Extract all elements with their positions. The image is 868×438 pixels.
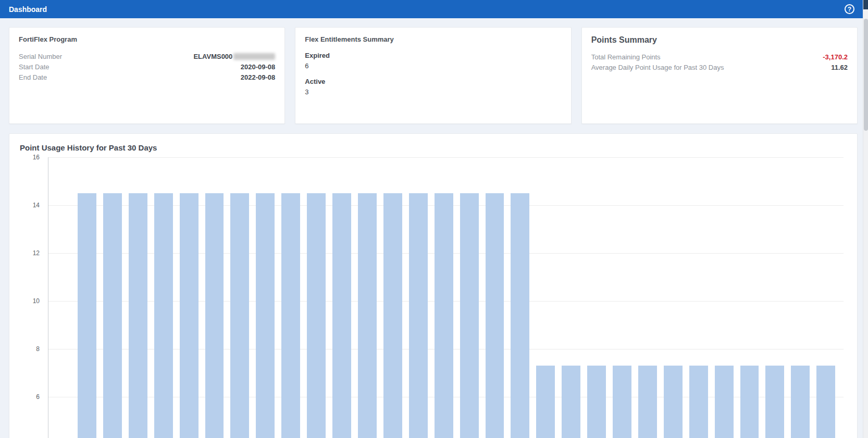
bar-slot xyxy=(816,157,835,438)
total-remaining-points-value: -3,170.2 xyxy=(823,52,848,62)
start-date-row: Start Date 2020-09-08 xyxy=(19,62,275,72)
scrollbar-top-cap xyxy=(863,0,868,9)
avg-daily-usage-value: 11.62 xyxy=(831,62,848,72)
bar-slot xyxy=(307,157,326,438)
bar xyxy=(460,193,479,438)
bar xyxy=(256,193,275,438)
bar-slot xyxy=(358,157,377,438)
y-tick-label: 6 xyxy=(36,393,40,401)
bar-slot xyxy=(230,157,249,438)
bar xyxy=(689,366,708,438)
bars-container xyxy=(48,157,844,438)
page-title: Dashboard xyxy=(9,5,47,14)
bar-slot xyxy=(740,157,759,438)
bar-slot xyxy=(281,157,300,438)
bar xyxy=(129,193,147,438)
serial-number-value: ELAVMS000 xyxy=(193,52,275,61)
bar xyxy=(78,193,96,438)
bar xyxy=(715,366,734,438)
active-label: Active xyxy=(305,78,561,85)
avg-daily-usage-row: Average Daily Point Usage for Past 30 Da… xyxy=(591,62,848,72)
bar-slot xyxy=(78,157,96,438)
scrollbar-thumb[interactable] xyxy=(864,19,868,131)
bar-slot xyxy=(460,157,479,438)
bar xyxy=(281,193,300,438)
serial-number-label: Serial Number xyxy=(19,52,62,61)
summary-cards-row: FortiFlex Program Serial Number ELAVMS00… xyxy=(9,27,858,124)
bar xyxy=(587,366,606,438)
bar-slot xyxy=(715,157,734,438)
expired-count: 6 xyxy=(305,62,561,70)
start-date-label: Start Date xyxy=(19,62,49,72)
start-date-value: 2020-09-08 xyxy=(241,62,276,72)
point-usage-chart-card: Point Usage History for Past 30 Days 024… xyxy=(9,133,858,438)
bar-slot xyxy=(791,157,810,438)
expired-label: Expired xyxy=(305,52,561,59)
bar xyxy=(103,193,122,438)
bar xyxy=(230,193,249,438)
bar xyxy=(180,193,199,438)
bar-slot xyxy=(205,157,224,438)
bar xyxy=(664,366,683,438)
bar-slot xyxy=(180,157,199,438)
scrollbar[interactable] xyxy=(863,0,868,438)
main-content: FortiFlex Program Serial Number ELAVMS00… xyxy=(0,18,868,438)
expired-group: Expired 6 xyxy=(305,52,561,70)
bar-slot xyxy=(103,157,122,438)
bar xyxy=(613,366,631,438)
bar-slot xyxy=(154,157,173,438)
active-group: Active 3 xyxy=(305,78,561,96)
points-summary-card: Points Summary Total Remaining Points -3… xyxy=(581,27,858,124)
bar-slot xyxy=(562,157,580,438)
bar xyxy=(358,193,377,438)
bar-slot xyxy=(613,157,631,438)
end-date-row: End Date 2022-09-08 xyxy=(19,72,275,82)
flex-entitlements-card: Flex Entitlements Summary Expired 6 Acti… xyxy=(295,27,571,124)
bar-slot xyxy=(689,157,708,438)
y-tick-label: 10 xyxy=(33,297,40,305)
help-icon[interactable]: ? xyxy=(845,4,854,14)
bar xyxy=(562,366,580,438)
serial-redaction xyxy=(233,53,275,60)
bar-slot xyxy=(765,157,784,438)
bar xyxy=(205,193,224,438)
fortiflex-program-card: FortiFlex Program Serial Number ELAVMS00… xyxy=(9,27,285,124)
total-remaining-points-label: Total Remaining Points xyxy=(591,52,661,62)
bar xyxy=(536,366,555,438)
plot-area xyxy=(48,157,844,438)
bar xyxy=(435,193,453,438)
bar xyxy=(409,193,428,438)
y-axis: 0246810121416 xyxy=(20,157,45,438)
bar xyxy=(154,193,173,438)
bar xyxy=(332,193,351,438)
bar-slot xyxy=(332,157,351,438)
bar xyxy=(307,193,326,438)
y-tick-label: 14 xyxy=(33,202,40,209)
avg-daily-usage-label: Average Daily Point Usage for Past 30 Da… xyxy=(591,62,724,72)
top-navbar: Dashboard ? xyxy=(0,0,868,18)
card-title: Flex Entitlements Summary xyxy=(305,35,561,43)
serial-number-text: ELAVMS000 xyxy=(193,52,232,61)
bar-slot xyxy=(256,157,275,438)
bar-slot xyxy=(409,157,428,438)
card-title: FortiFlex Program xyxy=(19,35,275,43)
bar-slot xyxy=(638,157,657,438)
bar-chart: 0246810121416 xyxy=(20,157,847,438)
bar-slot xyxy=(383,157,402,438)
y-tick-label: 12 xyxy=(33,249,40,257)
y-tick-label: 16 xyxy=(33,154,40,161)
bar-slot xyxy=(486,157,504,438)
bar-slot xyxy=(129,157,147,438)
bar xyxy=(383,193,402,438)
bar xyxy=(740,366,759,438)
bar-slot xyxy=(587,157,606,438)
end-date-value: 2022-09-08 xyxy=(241,72,276,82)
serial-number-row: Serial Number ELAVMS000 xyxy=(19,52,275,61)
bar-slot xyxy=(511,157,529,438)
bar xyxy=(765,366,784,438)
card-title: Points Summary xyxy=(591,35,848,45)
bar xyxy=(486,193,504,438)
bar-slot xyxy=(435,157,453,438)
end-date-label: End Date xyxy=(19,72,47,82)
bar-slot xyxy=(536,157,555,438)
